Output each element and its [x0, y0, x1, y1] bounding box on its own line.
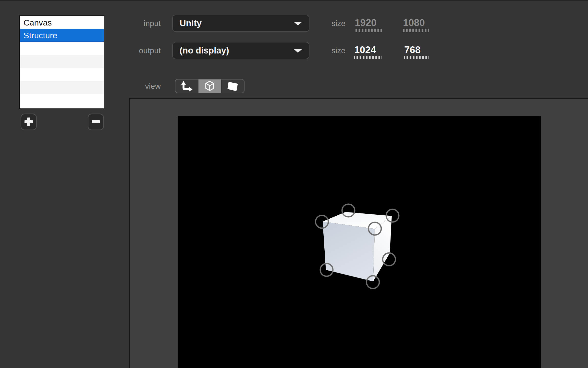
add-scene-button[interactable] [21, 114, 37, 130]
remove-scene-button[interactable] [88, 114, 104, 130]
output-display-value: (no display) [180, 45, 229, 55]
scene-list-item-canvas[interactable]: Canvas [20, 16, 104, 29]
scene-list-empty-row [20, 81, 104, 94]
scene-list-empty-row [20, 42, 104, 55]
preview-viewport[interactable] [178, 116, 541, 368]
output-display-dropdown[interactable]: (no display) [172, 42, 309, 59]
translate-arrows-icon [180, 80, 193, 92]
view-mode-translate-button[interactable] [175, 79, 198, 93]
output-label: output [109, 42, 161, 59]
view-mode-segmented-control[interactable] [175, 79, 245, 93]
output-height-stepper[interactable]: 768 [404, 45, 429, 59]
output-width-stepper[interactable]: 1024 [354, 45, 382, 59]
input-label: input [109, 15, 161, 32]
stepper-ticks [404, 56, 429, 59]
scene-list-empty-row [20, 55, 104, 68]
view-label: view [109, 79, 161, 93]
scene-list[interactable]: Canvas Structure [19, 15, 104, 109]
output-width-value[interactable]: 1024 [354, 45, 382, 55]
minus-icon [92, 120, 100, 123]
scene-list-empty-row [20, 68, 104, 81]
stepper-ticks [355, 29, 382, 32]
input-source-dropdown[interactable]: Unity [172, 15, 309, 32]
input-height-stepper[interactable]: 1080 [403, 18, 429, 32]
input-source-value: Unity [180, 18, 202, 28]
view-mode-3d-button[interactable] [198, 79, 221, 93]
quad-surface-icon [227, 80, 238, 92]
stepper-ticks [403, 29, 429, 32]
output-height-value[interactable]: 768 [404, 45, 429, 55]
stepper-ticks [354, 56, 382, 59]
cube-left-face[interactable] [323, 222, 375, 281]
view-mode-surface-button[interactable] [221, 79, 244, 93]
output-size-label: size [294, 42, 345, 59]
wireframe-cube-icon [204, 80, 215, 92]
window-top-edge [0, 0, 588, 1]
input-height-value[interactable]: 1080 [403, 18, 429, 27]
scene-list-item-structure[interactable]: Structure [20, 29, 104, 42]
input-width-stepper[interactable]: 1920 [355, 18, 382, 32]
cube-scene [178, 116, 541, 368]
input-size-label: size [294, 15, 345, 32]
plus-icon [27, 118, 30, 126]
input-width-value[interactable]: 1920 [355, 18, 382, 27]
scene-list-empty-row [20, 94, 104, 107]
